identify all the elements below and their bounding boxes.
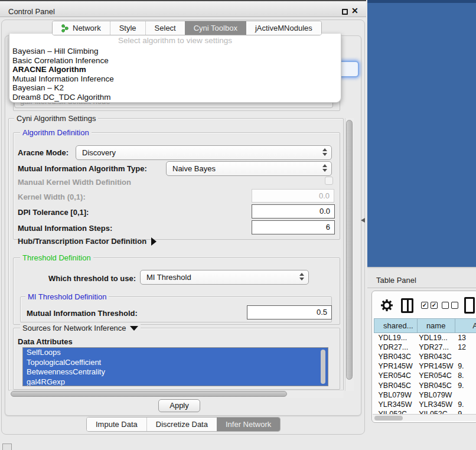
attribute-item-topologicalcoefficient[interactable]: TopologicalCoefficient [23, 358, 328, 368]
which-threshold-label: Which threshold to use: [48, 274, 136, 283]
threshold-definition-title: Threshold Definition [20, 253, 93, 262]
attribute-item-selfloops[interactable]: SelfLoops [23, 348, 328, 358]
table-panel-title: Table Panel [376, 276, 416, 285]
settings-vertical-scrollbar-thumb[interactable] [346, 120, 353, 380]
table-horizontal-scrollbar[interactable] [373, 414, 476, 421]
table-panel-header: Table Panel [367, 267, 476, 288]
mi-threshold-field[interactable]: 0.5 [247, 305, 332, 319]
checked-boxes-icon[interactable]: ✓ ✓ [421, 302, 438, 309]
table-header-row[interactable]: shared...nameA [374, 319, 476, 333]
screenshot-root: Control Panel ✕ NetworkStyleSelectCyni T… [0, 0, 476, 450]
table-panel: ✓ ✓ shared...nameA YDL19...YDL19...13YDR… [371, 291, 476, 423]
tab-select[interactable]: Select [145, 21, 185, 35]
aracne-mode-label: Aracne Mode: [18, 148, 69, 157]
table-row[interactable]: YBL079WYBL079W [374, 390, 476, 400]
aracne-mode-combobox[interactable]: Discovery [76, 145, 332, 160]
algorithm-option-basic-correlation-inference[interactable]: Basic Correlation Inference [12, 56, 338, 66]
tab-label: Impute Data [96, 420, 138, 429]
gear-icon[interactable] [380, 298, 394, 312]
sources-title-text: Sources for Network Inference [22, 324, 126, 332]
table-row[interactable]: YBR043CYBR043C [374, 352, 476, 361]
algorithm-definition-title: Algorithm Definition [20, 128, 92, 137]
settings-horizontal-scrollbar-thumb[interactable] [11, 391, 287, 397]
table-cell: YER054C [374, 371, 418, 380]
tab-jactivemnodules[interactable]: jActiveMNodules [246, 21, 321, 35]
unchecked-boxes-icon[interactable] [442, 302, 458, 309]
mi-type-combobox[interactable]: Naive Bayes [166, 161, 332, 176]
table-horizontal-scrollbar-thumb[interactable] [374, 416, 403, 420]
document-icon[interactable] [464, 297, 475, 314]
table-cell: YPR145W [374, 361, 418, 371]
tab-label: Cyni Toolbox [194, 24, 237, 32]
algorithm-option-aracne-algorithm[interactable]: ARACNE Algorithm [12, 65, 338, 74]
dpi-tolerance-field[interactable]: 0.0 [252, 204, 335, 219]
algorithm-option-mutual-information-inference[interactable]: Mutual Information Inference [12, 74, 338, 84]
mi-type-label: Mutual Information Algorithm Type: [18, 164, 147, 173]
algorithm-option-bayesian-k2[interactable]: Bayesian – K2 [12, 83, 338, 93]
stepper-arrows-icon [322, 164, 327, 172]
tab-label: Style [119, 24, 136, 32]
table-row[interactable]: YDR27...YDR27...12 [374, 343, 476, 352]
mi-threshold-definition-title: MI Threshold Definition [25, 292, 109, 301]
mi-type-value: Naive Bayes [172, 164, 216, 173]
kernel-width-field[interactable]: 0.0 [252, 189, 334, 203]
algorithm-dropdown-popup: Select algorithm to view settings Bayesi… [9, 34, 341, 103]
expand-arrow-icon [151, 237, 157, 246]
table-cell: YDL19... [374, 333, 418, 343]
tab-label: Network [73, 24, 101, 32]
column-header-a[interactable]: A [455, 319, 476, 333]
table-row[interactable]: YPR145WYPR145W9. [374, 361, 476, 371]
tab-network[interactable]: Network [53, 21, 110, 35]
tab-label: Select [155, 24, 176, 32]
tab-cyni-toolbox[interactable]: Cyni Toolbox [185, 21, 246, 35]
table-cell: 12 [455, 343, 476, 352]
collapse-arrow-icon [130, 326, 138, 331]
stepper-arrows-icon [299, 273, 304, 281]
column-header-name[interactable]: name [417, 319, 455, 333]
control-panel-tab-bar: NetworkStyleSelectCyni ToolboxjActiveMNo… [52, 21, 322, 35]
table-cell: 9. [455, 400, 476, 409]
which-threshold-value: MI Threshold [146, 273, 191, 282]
float-window-icon[interactable] [342, 9, 348, 15]
bottom-tab-discretize-data[interactable]: Discretize Data [146, 418, 217, 431]
attributes-list-scrollbar[interactable] [321, 350, 325, 384]
network-tab-icon [61, 24, 69, 32]
split-columns-icon[interactable] [401, 298, 413, 313]
bottom-tab-impute-data[interactable]: Impute Data [87, 418, 146, 431]
table-cell: 13 [455, 333, 476, 343]
mi-steps-field[interactable]: 6 [252, 220, 335, 234]
checkbox-checked-icon: ✓ [431, 302, 438, 309]
collapsed-panel-icon[interactable] [2, 444, 12, 450]
checkbox-empty-icon [442, 302, 449, 309]
bottom-tab-infer-network[interactable]: Infer Network [217, 418, 280, 431]
table-cell: YBL079W [374, 390, 418, 400]
tab-label: jActiveMNodules [255, 24, 312, 32]
table-row[interactable]: YDL19...YDL19...13 [374, 333, 476, 343]
manual-kernel-label: Manual Kernel Width Definition [18, 178, 131, 187]
tab-label: Discretize Data [156, 420, 208, 429]
table-row[interactable]: YER054CYER054C8. [374, 371, 476, 380]
sources-group-title[interactable]: Sources for Network Inference [20, 324, 141, 332]
apply-button[interactable]: Apply [158, 399, 200, 412]
table-row[interactable]: YLR345WYLR345W9. [374, 400, 476, 409]
algorithm-option-dream8-dc-tdc-algorithm[interactable]: Dream8 DC_TDC Algorithm [12, 93, 338, 102]
tab-label: Infer Network [226, 420, 271, 429]
attribute-item-gal4rgexp[interactable]: gal4RGexp [23, 377, 328, 387]
table-cell: YBR043C [417, 352, 455, 361]
attribute-item-betweennesscentrality[interactable]: BetweennessCentrality [23, 367, 328, 377]
table-cell [455, 352, 476, 361]
tab-style[interactable]: Style [110, 21, 145, 35]
algorithm-option-bayesian-hill-climbing[interactable]: Bayesian – Hill Climbing [12, 47, 338, 56]
hub-definition-expander[interactable]: Hub/Transcription Factor Definition [18, 237, 157, 246]
popup-item-list: Bayesian – Hill ClimbingBasic Correlatio… [12, 47, 338, 102]
close-icon[interactable]: ✕ [351, 6, 358, 15]
table-row[interactable]: YBR045CYBR045C9. [374, 380, 476, 390]
control-panel-titlebar: Control Panel ✕ [0, 0, 366, 17]
checkbox-checked-icon: ✓ [421, 302, 428, 309]
stepper-arrows-icon [322, 148, 327, 156]
data-attributes-list[interactable]: SelfLoopsTopologicalCoefficientBetweenne… [22, 347, 328, 386]
column-header-shared-[interactable]: shared... [374, 319, 418, 333]
manual-kernel-checkbox[interactable] [325, 177, 333, 185]
which-threshold-combobox[interactable]: MI Threshold [140, 270, 309, 285]
node-table: shared...nameA YDL19...YDL19...13YDR27..… [374, 318, 476, 419]
